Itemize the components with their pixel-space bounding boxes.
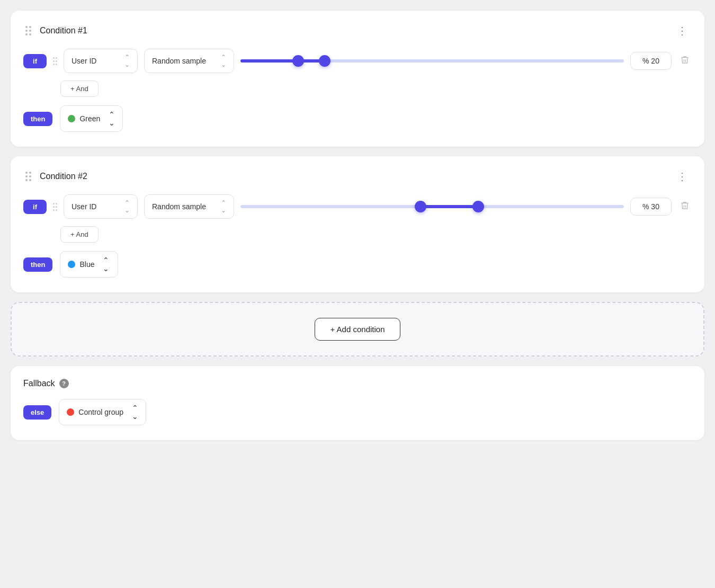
condition-2-row-drag[interactable] (53, 203, 57, 211)
condition-1-random-sample-select[interactable]: Random sample ⌃⌄ (144, 49, 234, 73)
condition-1-color-dot (68, 115, 75, 122)
fallback-else-row: else Control group ⌃⌄ (23, 399, 692, 425)
condition-1-card: Condition #1 ⋮ if User ID ⌃⌄ Random samp… (11, 11, 704, 147)
add-condition-button[interactable]: + Add condition (315, 318, 400, 341)
condition-2-card: Condition #2 ⋮ if User ID ⌃⌄ Random samp… (11, 156, 704, 292)
fallback-color-arrow: ⌃⌄ (132, 404, 138, 421)
condition-2-if-badge: if (23, 200, 47, 214)
condition-2-slider[interactable] (240, 197, 624, 216)
condition-2-color-dot (68, 261, 75, 268)
condition-1-percent-input[interactable]: % 20 (630, 52, 672, 70)
condition-2-then-badge: then (23, 257, 52, 272)
condition-1-row-drag[interactable] (53, 57, 57, 65)
condition-2-percent-input[interactable]: % 30 (630, 198, 672, 216)
condition-1-header: Condition #1 ⋮ (23, 23, 692, 38)
fallback-help-icon[interactable]: ? (59, 379, 69, 388)
condition-2-and-button[interactable]: + And (60, 226, 99, 243)
fallback-else-badge: else (23, 405, 51, 420)
condition-2-delete-button[interactable] (678, 199, 692, 215)
condition-2-header: Condition #2 ⋮ (23, 169, 692, 184)
condition-2-random-sample-arrow: ⌃⌄ (221, 199, 226, 214)
fallback-card: Fallback ? else Control group ⌃⌄ (11, 366, 704, 440)
condition-2-then-row: then Blue ⌃⌄ (23, 251, 692, 278)
condition-2-slider-thumb-left[interactable] (415, 201, 426, 212)
fallback-title: Fallback (23, 379, 55, 388)
condition-1-more-button[interactable]: ⋮ (673, 23, 692, 38)
fallback-color-dot (67, 408, 74, 416)
condition-1-and-button[interactable]: + And (60, 81, 99, 97)
condition-1-then-row: then Green ⌃⌄ (23, 105, 692, 132)
condition-2-drag-handle[interactable] (23, 170, 33, 183)
condition-2-user-id-arrow: ⌃⌄ (124, 199, 130, 214)
fallback-title-row: Fallback ? (23, 379, 692, 388)
condition-1-if-row: if User ID ⌃⌄ Random sample ⌃⌄ % 20 (23, 49, 692, 73)
condition-1-delete-button[interactable] (678, 53, 692, 69)
condition-2-color-arrow: ⌃⌄ (103, 256, 109, 273)
condition-2-title-row: Condition #2 (23, 170, 87, 183)
condition-1-if-badge: if (23, 54, 47, 68)
condition-1-slider[interactable] (240, 51, 624, 70)
condition-1-then-badge: then (23, 112, 52, 126)
condition-2-color-select[interactable]: Blue ⌃⌄ (60, 251, 118, 278)
condition-1-slider-thumb-left[interactable] (292, 55, 304, 67)
condition-2-random-sample-select[interactable]: Random sample ⌃⌄ (144, 194, 234, 219)
condition-2-user-id-select[interactable]: User ID ⌃⌄ (64, 194, 138, 219)
condition-1-drag-handle[interactable] (23, 24, 33, 38)
condition-2-if-row: if User ID ⌃⌄ Random sample ⌃⌄ % 30 (23, 194, 692, 219)
fallback-color-select[interactable]: Control group ⌃⌄ (59, 399, 146, 425)
condition-2-slider-thumb-right[interactable] (472, 201, 484, 212)
condition-2-title: Condition #2 (40, 172, 87, 181)
condition-1-title-row: Condition #1 (23, 24, 87, 38)
add-condition-area: + Add condition (11, 302, 704, 357)
condition-1-title: Condition #1 (40, 26, 87, 35)
condition-1-random-sample-arrow: ⌃⌄ (221, 54, 226, 68)
condition-1-slider-thumb-right[interactable] (319, 55, 330, 67)
condition-1-user-id-arrow: ⌃⌄ (124, 54, 130, 68)
condition-1-color-select[interactable]: Green ⌃⌄ (60, 105, 123, 132)
condition-1-user-id-select[interactable]: User ID ⌃⌄ (64, 49, 138, 73)
condition-2-more-button[interactable]: ⋮ (673, 169, 692, 184)
condition-1-color-arrow: ⌃⌄ (109, 110, 115, 127)
